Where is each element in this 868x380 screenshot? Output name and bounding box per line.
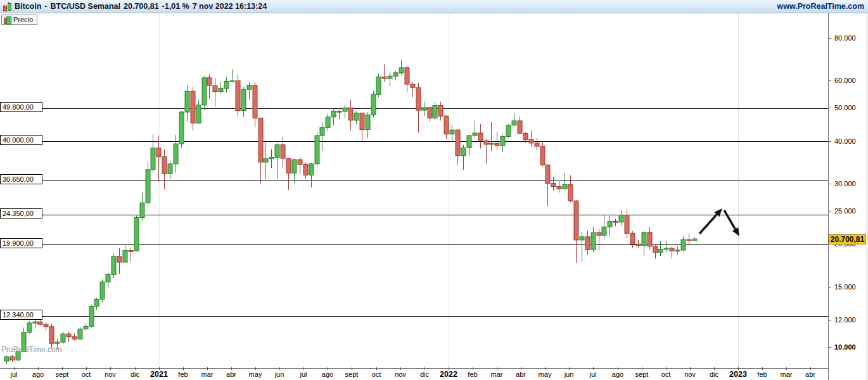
candle[interactable] — [320, 122, 324, 151]
candle[interactable] — [546, 164, 550, 206]
candle[interactable] — [523, 132, 528, 142]
candle[interactable] — [67, 332, 71, 342]
candle[interactable] — [106, 273, 110, 288]
candle[interactable] — [467, 135, 471, 156]
candle[interactable] — [382, 65, 386, 82]
candle[interactable] — [456, 130, 460, 165]
candle[interactable] — [94, 298, 99, 310]
price-axis[interactable]: 80.00060.00050.00040.00030.00025.00020.0… — [828, 13, 867, 380]
candle[interactable] — [151, 134, 155, 172]
candle[interactable] — [84, 324, 88, 331]
candle[interactable] — [89, 305, 94, 327]
candlestick-chart[interactable] — [0, 13, 868, 380]
candle[interactable] — [580, 232, 584, 262]
candle[interactable] — [207, 74, 212, 98]
candle[interactable] — [27, 321, 32, 334]
candle[interactable] — [393, 70, 398, 80]
candle[interactable] — [146, 162, 150, 205]
candle[interactable] — [241, 87, 246, 117]
arrow-annotation[interactable] — [699, 215, 717, 234]
candle[interactable] — [247, 82, 252, 99]
candle[interactable] — [608, 216, 612, 237]
candle[interactable] — [501, 135, 505, 152]
candle[interactable] — [438, 102, 443, 121]
candle[interactable] — [529, 130, 533, 146]
candle[interactable] — [303, 162, 308, 179]
candle[interactable] — [670, 246, 674, 258]
candle[interactable] — [648, 227, 652, 249]
price-legend[interactable]: Precio — [1, 15, 37, 25]
candle[interactable] — [78, 327, 82, 339]
candle[interactable] — [315, 132, 319, 166]
candle[interactable] — [366, 112, 370, 138]
candle[interactable] — [202, 77, 207, 110]
candle[interactable] — [473, 121, 477, 137]
candle[interactable] — [642, 231, 646, 256]
candle[interactable] — [275, 143, 279, 179]
candle[interactable] — [140, 192, 144, 220]
candle[interactable] — [568, 175, 573, 202]
candle[interactable] — [156, 136, 161, 181]
candle[interactable] — [675, 246, 680, 255]
candle[interactable] — [450, 125, 454, 142]
candle[interactable] — [664, 241, 668, 252]
candle[interactable] — [298, 157, 302, 174]
candle[interactable] — [636, 240, 641, 248]
candle[interactable] — [506, 124, 511, 137]
candle[interactable] — [687, 233, 691, 244]
candle[interactable] — [428, 107, 432, 122]
candle[interactable] — [585, 231, 590, 255]
candle[interactable] — [399, 60, 404, 75]
candle[interactable] — [343, 105, 347, 118]
candle[interactable] — [411, 82, 415, 98]
candle[interactable] — [129, 248, 133, 262]
candle[interactable] — [354, 111, 359, 125]
candle[interactable] — [422, 102, 426, 116]
candle[interactable] — [376, 73, 381, 97]
candle[interactable] — [112, 253, 116, 278]
candle[interactable] — [478, 124, 483, 148]
candle[interactable] — [72, 334, 77, 341]
candle[interactable] — [360, 113, 364, 142]
candle[interactable] — [619, 210, 623, 225]
candle[interactable] — [489, 122, 494, 151]
candle[interactable] — [292, 159, 297, 183]
candle[interactable] — [348, 99, 353, 130]
candle[interactable] — [444, 115, 449, 139]
candle[interactable] — [174, 135, 178, 173]
candle[interactable] — [535, 138, 539, 150]
candle[interactable] — [337, 110, 341, 119]
candle[interactable] — [185, 85, 189, 122]
candle[interactable] — [416, 83, 421, 132]
candle[interactable] — [4, 355, 9, 364]
candle[interactable] — [236, 75, 240, 117]
candle[interactable] — [613, 219, 618, 226]
candle[interactable] — [653, 244, 658, 258]
candle[interactable] — [557, 180, 561, 193]
candle[interactable] — [100, 279, 105, 302]
candle[interactable] — [540, 142, 545, 167]
candle[interactable] — [405, 66, 409, 92]
candle[interactable] — [326, 113, 330, 131]
candle[interactable] — [388, 72, 392, 86]
time-axis[interactable]: julagoseptoctnovdic2021febmarabrmayjunju… — [0, 368, 828, 380]
chart-plot-area[interactable]: 49.800,0040.000,0030.650,0024.350,0019.9… — [0, 13, 868, 380]
candle[interactable] — [484, 139, 488, 164]
candle[interactable] — [10, 355, 15, 362]
candle[interactable] — [512, 113, 516, 126]
candle[interactable] — [269, 149, 274, 168]
candle[interactable] — [433, 103, 437, 120]
candle[interactable] — [179, 111, 184, 148]
candle[interactable] — [602, 215, 606, 239]
candle[interactable] — [219, 82, 223, 94]
candle[interactable] — [286, 158, 291, 190]
candle[interactable] — [196, 100, 201, 124]
candle[interactable] — [258, 118, 263, 184]
candle[interactable] — [264, 141, 268, 178]
candle[interactable] — [253, 82, 257, 127]
candle[interactable] — [331, 108, 336, 125]
candle[interactable] — [33, 319, 37, 328]
candle[interactable] — [61, 332, 65, 345]
candle[interactable] — [213, 78, 217, 106]
candle[interactable] — [162, 149, 167, 189]
